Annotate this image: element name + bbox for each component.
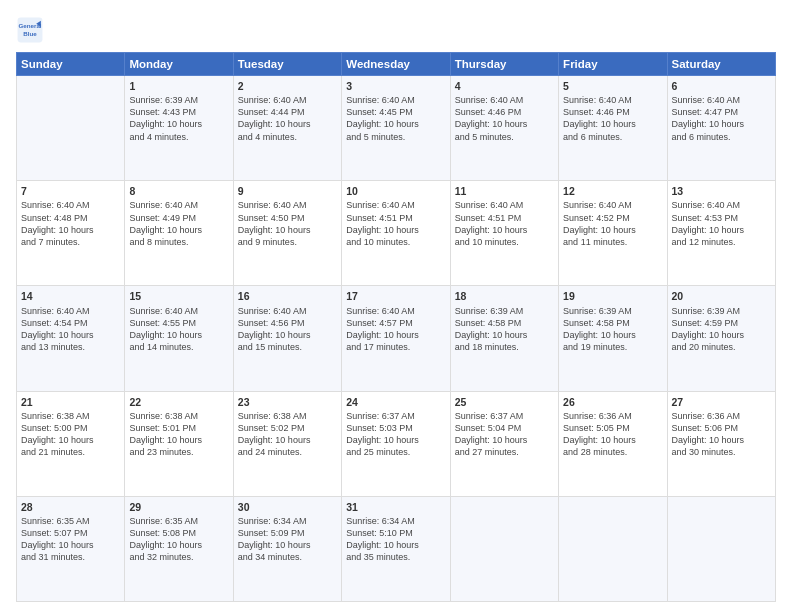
day-number: 6 — [672, 79, 771, 93]
day-cell: 1Sunrise: 6:39 AM Sunset: 4:43 PM Daylig… — [125, 76, 233, 181]
day-number: 27 — [672, 395, 771, 409]
day-info: Sunrise: 6:36 AM Sunset: 5:06 PM Dayligh… — [672, 410, 771, 459]
calendar-header: SundayMondayTuesdayWednesdayThursdayFrid… — [17, 53, 776, 76]
day-cell: 21Sunrise: 6:38 AM Sunset: 5:00 PM Dayli… — [17, 391, 125, 496]
day-info: Sunrise: 6:40 AM Sunset: 4:47 PM Dayligh… — [672, 94, 771, 143]
header-cell-friday: Friday — [559, 53, 667, 76]
day-cell: 15Sunrise: 6:40 AM Sunset: 4:55 PM Dayli… — [125, 286, 233, 391]
day-number: 23 — [238, 395, 337, 409]
day-number: 20 — [672, 289, 771, 303]
week-row-4: 28Sunrise: 6:35 AM Sunset: 5:07 PM Dayli… — [17, 496, 776, 601]
day-number: 18 — [455, 289, 554, 303]
day-cell: 4Sunrise: 6:40 AM Sunset: 4:46 PM Daylig… — [450, 76, 558, 181]
day-cell: 26Sunrise: 6:36 AM Sunset: 5:05 PM Dayli… — [559, 391, 667, 496]
day-number: 26 — [563, 395, 662, 409]
day-cell: 28Sunrise: 6:35 AM Sunset: 5:07 PM Dayli… — [17, 496, 125, 601]
header-row: SundayMondayTuesdayWednesdayThursdayFrid… — [17, 53, 776, 76]
header-cell-wednesday: Wednesday — [342, 53, 450, 76]
day-cell — [450, 496, 558, 601]
day-info: Sunrise: 6:34 AM Sunset: 5:10 PM Dayligh… — [346, 515, 445, 564]
day-info: Sunrise: 6:39 AM Sunset: 4:43 PM Dayligh… — [129, 94, 228, 143]
day-info: Sunrise: 6:40 AM Sunset: 4:55 PM Dayligh… — [129, 305, 228, 354]
day-cell — [17, 76, 125, 181]
day-info: Sunrise: 6:35 AM Sunset: 5:08 PM Dayligh… — [129, 515, 228, 564]
day-number: 10 — [346, 184, 445, 198]
day-info: Sunrise: 6:40 AM Sunset: 4:53 PM Dayligh… — [672, 199, 771, 248]
day-info: Sunrise: 6:39 AM Sunset: 4:58 PM Dayligh… — [455, 305, 554, 354]
day-cell — [559, 496, 667, 601]
day-cell: 7Sunrise: 6:40 AM Sunset: 4:48 PM Daylig… — [17, 181, 125, 286]
day-info: Sunrise: 6:40 AM Sunset: 4:57 PM Dayligh… — [346, 305, 445, 354]
day-number: 21 — [21, 395, 120, 409]
header: General Blue — [16, 16, 776, 44]
day-cell: 27Sunrise: 6:36 AM Sunset: 5:06 PM Dayli… — [667, 391, 775, 496]
day-cell: 16Sunrise: 6:40 AM Sunset: 4:56 PM Dayli… — [233, 286, 341, 391]
day-cell: 9Sunrise: 6:40 AM Sunset: 4:50 PM Daylig… — [233, 181, 341, 286]
header-cell-saturday: Saturday — [667, 53, 775, 76]
day-info: Sunrise: 6:35 AM Sunset: 5:07 PM Dayligh… — [21, 515, 120, 564]
day-number: 9 — [238, 184, 337, 198]
day-cell: 3Sunrise: 6:40 AM Sunset: 4:45 PM Daylig… — [342, 76, 450, 181]
day-cell: 13Sunrise: 6:40 AM Sunset: 4:53 PM Dayli… — [667, 181, 775, 286]
day-info: Sunrise: 6:39 AM Sunset: 4:59 PM Dayligh… — [672, 305, 771, 354]
day-cell: 23Sunrise: 6:38 AM Sunset: 5:02 PM Dayli… — [233, 391, 341, 496]
day-info: Sunrise: 6:37 AM Sunset: 5:04 PM Dayligh… — [455, 410, 554, 459]
day-cell: 5Sunrise: 6:40 AM Sunset: 4:46 PM Daylig… — [559, 76, 667, 181]
day-cell: 24Sunrise: 6:37 AM Sunset: 5:03 PM Dayli… — [342, 391, 450, 496]
header-cell-tuesday: Tuesday — [233, 53, 341, 76]
day-cell: 17Sunrise: 6:40 AM Sunset: 4:57 PM Dayli… — [342, 286, 450, 391]
day-cell: 31Sunrise: 6:34 AM Sunset: 5:10 PM Dayli… — [342, 496, 450, 601]
day-number: 19 — [563, 289, 662, 303]
day-info: Sunrise: 6:40 AM Sunset: 4:56 PM Dayligh… — [238, 305, 337, 354]
day-cell: 22Sunrise: 6:38 AM Sunset: 5:01 PM Dayli… — [125, 391, 233, 496]
day-number: 11 — [455, 184, 554, 198]
day-info: Sunrise: 6:38 AM Sunset: 5:00 PM Dayligh… — [21, 410, 120, 459]
day-cell: 11Sunrise: 6:40 AM Sunset: 4:51 PM Dayli… — [450, 181, 558, 286]
day-number: 25 — [455, 395, 554, 409]
day-info: Sunrise: 6:34 AM Sunset: 5:09 PM Dayligh… — [238, 515, 337, 564]
day-number: 30 — [238, 500, 337, 514]
day-number: 17 — [346, 289, 445, 303]
week-row-2: 14Sunrise: 6:40 AM Sunset: 4:54 PM Dayli… — [17, 286, 776, 391]
day-number: 8 — [129, 184, 228, 198]
day-cell — [667, 496, 775, 601]
day-info: Sunrise: 6:40 AM Sunset: 4:51 PM Dayligh… — [346, 199, 445, 248]
day-info: Sunrise: 6:40 AM Sunset: 4:52 PM Dayligh… — [563, 199, 662, 248]
day-info: Sunrise: 6:40 AM Sunset: 4:51 PM Dayligh… — [455, 199, 554, 248]
day-number: 12 — [563, 184, 662, 198]
day-number: 2 — [238, 79, 337, 93]
header-cell-sunday: Sunday — [17, 53, 125, 76]
day-cell: 10Sunrise: 6:40 AM Sunset: 4:51 PM Dayli… — [342, 181, 450, 286]
week-row-3: 21Sunrise: 6:38 AM Sunset: 5:00 PM Dayli… — [17, 391, 776, 496]
calendar-table: SundayMondayTuesdayWednesdayThursdayFrid… — [16, 52, 776, 602]
day-number: 3 — [346, 79, 445, 93]
day-cell: 29Sunrise: 6:35 AM Sunset: 5:08 PM Dayli… — [125, 496, 233, 601]
day-cell: 2Sunrise: 6:40 AM Sunset: 4:44 PM Daylig… — [233, 76, 341, 181]
day-info: Sunrise: 6:38 AM Sunset: 5:01 PM Dayligh… — [129, 410, 228, 459]
day-number: 1 — [129, 79, 228, 93]
day-info: Sunrise: 6:37 AM Sunset: 5:03 PM Dayligh… — [346, 410, 445, 459]
day-info: Sunrise: 6:40 AM Sunset: 4:50 PM Dayligh… — [238, 199, 337, 248]
calendar-body: 1Sunrise: 6:39 AM Sunset: 4:43 PM Daylig… — [17, 76, 776, 602]
day-info: Sunrise: 6:40 AM Sunset: 4:46 PM Dayligh… — [455, 94, 554, 143]
day-info: Sunrise: 6:40 AM Sunset: 4:46 PM Dayligh… — [563, 94, 662, 143]
day-cell: 8Sunrise: 6:40 AM Sunset: 4:49 PM Daylig… — [125, 181, 233, 286]
day-number: 15 — [129, 289, 228, 303]
day-info: Sunrise: 6:38 AM Sunset: 5:02 PM Dayligh… — [238, 410, 337, 459]
day-number: 24 — [346, 395, 445, 409]
day-cell: 30Sunrise: 6:34 AM Sunset: 5:09 PM Dayli… — [233, 496, 341, 601]
day-number: 7 — [21, 184, 120, 198]
day-number: 16 — [238, 289, 337, 303]
logo: General Blue — [16, 16, 48, 44]
week-row-0: 1Sunrise: 6:39 AM Sunset: 4:43 PM Daylig… — [17, 76, 776, 181]
day-number: 29 — [129, 500, 228, 514]
day-info: Sunrise: 6:40 AM Sunset: 4:44 PM Dayligh… — [238, 94, 337, 143]
day-cell: 12Sunrise: 6:40 AM Sunset: 4:52 PM Dayli… — [559, 181, 667, 286]
day-number: 14 — [21, 289, 120, 303]
week-row-1: 7Sunrise: 6:40 AM Sunset: 4:48 PM Daylig… — [17, 181, 776, 286]
day-cell: 19Sunrise: 6:39 AM Sunset: 4:58 PM Dayli… — [559, 286, 667, 391]
day-number: 13 — [672, 184, 771, 198]
day-info: Sunrise: 6:39 AM Sunset: 4:58 PM Dayligh… — [563, 305, 662, 354]
day-number: 31 — [346, 500, 445, 514]
day-info: Sunrise: 6:40 AM Sunset: 4:45 PM Dayligh… — [346, 94, 445, 143]
